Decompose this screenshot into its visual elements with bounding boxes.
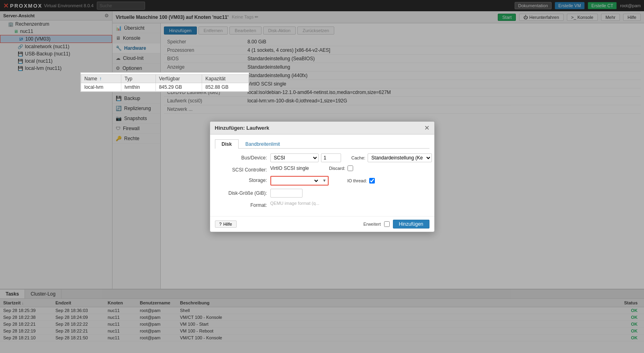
storage-name: local-lvm [81,83,121,92]
storage-select-container: ▼ [270,176,329,186]
discard-label: Discard: [329,166,345,171]
col-name[interactable]: Name ↑ [81,75,121,83]
col-type[interactable]: Typ [121,75,156,83]
bus-select[interactable]: SCSI [270,153,319,162]
storage-row: Storage: ▼ IO thread: [215,176,429,186]
storage-field: ▼ IO thread: Name ↑ Typ Verfügbar [270,176,429,186]
format-row: Format: QEMU image format (q... [215,201,429,208]
format-value: QEMU image format (q... [270,201,319,206]
scsi-controller-label: SCSI Controller: [215,165,267,173]
bus-device-field: SCSI Cache: Standardeinstellung (Ke [270,153,432,162]
erweitert-checkbox[interactable] [384,221,390,227]
device-number-input[interactable] [321,153,341,162]
modal-dialog: Hinzufügen: Laufwerk ✕ Disk Bandbreitenl… [210,121,435,232]
disk-size-label: Disk-Größe (GiB): [215,189,267,196]
cache-label: Cache: [352,155,366,160]
bus-device-row: Bus/Device: SCSI Cache: Standardeinstell… [215,153,429,162]
col-capacity[interactable]: Kapazität [202,75,249,83]
modal-overlay[interactable]: Hinzufügen: Laufwerk ✕ Disk Bandbreitenl… [0,0,644,353]
modal-add-button[interactable]: Hinzufügen [393,220,429,229]
bus-device-label: Bus/Device: [215,153,267,161]
scsi-controller-field: VirtIO SCSI single Discard: [270,165,429,171]
storage-row-local-lvm[interactable]: local-lvm lvmthin 845.29 GB 852.88 GB [81,83,249,92]
modal-title: Hinzufügen: Laufwerk [215,125,270,131]
modal-tab-bandwidth[interactable]: Bandbreitenlimit [239,139,287,149]
storage-dropdown-icon: ▼ [321,178,328,183]
modal-close-button[interactable]: ✕ [424,124,429,132]
erweitert-label: Erweitert [363,222,380,226]
storage-type: lvmthin [121,83,156,92]
modal-body: Disk Bandbreitenlimit Bus/Device: SCSI C… [210,135,434,216]
discard-checkbox[interactable] [348,165,353,171]
disk-size-input[interactable] [270,189,303,198]
scsi-controller-value: VirtIO SCSI single [270,165,309,171]
help-icon: ? [219,222,222,226]
storage-select[interactable] [271,177,319,185]
io-thread-checkbox[interactable] [369,178,375,184]
format-label: Format: [215,201,267,208]
storage-options-table: Name ↑ Typ Verfügbar Kapazität local-lvm… [81,74,249,92]
modal-tab-disk[interactable]: Disk [215,139,239,149]
storage-available: 845.29 GB [155,83,202,92]
modal-tabs: Disk Bandbreitenlimit [215,139,429,149]
cache-select[interactable]: Standardeinstellung (Ke [368,153,432,162]
storage-label: Storage: [215,176,267,183]
disk-size-row: Disk-Größe (GiB): [215,189,429,198]
modal-footer: ? Hilfe Erweitert Hinzufügen [210,216,434,232]
storage-dropdown-table: Name ↑ Typ Verfügbar Kapazität local-lvm… [80,72,249,92]
modal-header: Hinzufügen: Laufwerk ✕ [210,122,434,135]
disk-size-field [270,189,429,198]
modal-help-button[interactable]: ? Hilfe [215,220,237,228]
col-available[interactable]: Verfügbar [155,75,202,83]
io-thread-label: IO thread: [347,178,367,183]
footer-left: ? Hilfe [215,220,360,228]
scsi-controller-row: SCSI Controller: VirtIO SCSI single Disc… [215,165,429,173]
format-field: QEMU image format (q... [270,201,429,206]
storage-capacity: 852.88 GB [202,83,249,92]
